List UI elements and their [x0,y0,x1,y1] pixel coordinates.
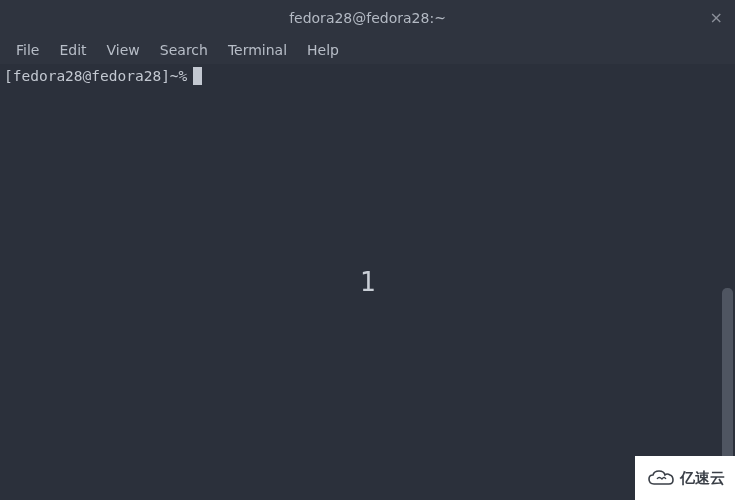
menu-search[interactable]: Search [150,38,218,62]
terminal-cursor [193,67,202,85]
menu-bar: File Edit View Search Terminal Help [0,36,735,64]
menu-help[interactable]: Help [297,38,349,62]
terminal-wrapper: [fedora28@fedora28]~% 1 [0,64,735,500]
menu-edit[interactable]: Edit [49,38,96,62]
window-titlebar: fedora28@fedora28:~ × [0,0,735,36]
watermark-badge: 亿速云 [635,456,735,500]
watermark-brand: 亿速云 [680,469,725,488]
menu-view[interactable]: View [97,38,150,62]
overlay-number: 1 [360,267,376,297]
menu-terminal[interactable]: Terminal [218,38,297,62]
shell-prompt: [fedora28@fedora28]~% [4,66,187,86]
close-icon[interactable]: × [710,10,723,26]
window-title: fedora28@fedora28:~ [289,10,446,26]
prompt-line: [fedora28@fedora28]~% [4,66,731,86]
cloud-icon [646,468,676,488]
terminal-area[interactable]: [fedora28@fedora28]~% 1 [0,64,735,500]
menu-file[interactable]: File [6,38,49,62]
